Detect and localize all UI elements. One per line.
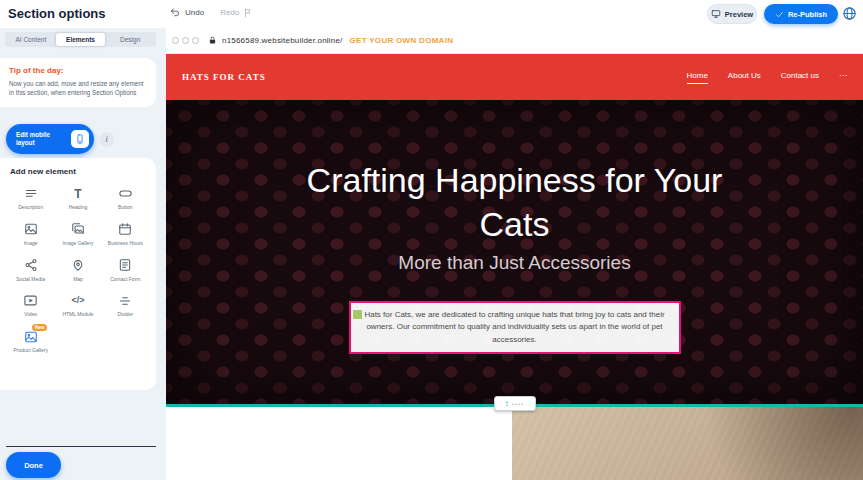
- section-resize-handle[interactable]: ↕ ••••: [494, 396, 536, 411]
- resize-arrows-icon: ↕: [505, 400, 509, 408]
- nav-more[interactable]: ⋯: [839, 71, 847, 83]
- element-tile-label: Description: [18, 204, 43, 211]
- browser-bar: n1566589.websitebuilder.online/ GET YOUR…: [166, 28, 863, 54]
- contact-form-icon: [118, 257, 132, 274]
- element-tile-button[interactable]: Button: [103, 185, 148, 211]
- preview-area: n1566589.websitebuilder.online/ GET YOUR…: [166, 28, 863, 480]
- undo-button[interactable]: Undo: [170, 7, 204, 18]
- edit-mobile-layout-button[interactable]: Edit mobile layout: [6, 124, 94, 154]
- tab-elements[interactable]: Elements: [56, 33, 106, 46]
- element-grid: Description T Heading Button Imag: [8, 185, 148, 354]
- preview-button[interactable]: Preview: [707, 4, 757, 24]
- info-icon[interactable]: i: [99, 132, 114, 147]
- sidebar: AI Content Elements Design Tip of the da…: [0, 28, 166, 480]
- preview-label: Preview: [725, 10, 753, 19]
- hero-text-box[interactable]: Hats for Cats, we are dedicated to craft…: [349, 301, 681, 354]
- site-url: n1566589.websitebuilder.online/: [222, 36, 343, 45]
- element-tile-label: HTML Module: [62, 311, 93, 318]
- tab-ai-content[interactable]: AI Content: [6, 33, 56, 46]
- page-title: Section options: [8, 6, 106, 21]
- element-tile-label: Business Hours: [108, 240, 143, 247]
- divider-icon: [118, 292, 132, 309]
- image-icon: [24, 221, 38, 238]
- get-domain-link[interactable]: GET YOUR OWN DOMAIN: [350, 36, 454, 45]
- site-header: HATS FOR CATS Home About Us Contact us ⋯: [166, 54, 863, 100]
- element-tile-label: Heading: [69, 204, 88, 211]
- hero-body-text: Hats for Cats, we are dedicated to craft…: [364, 310, 664, 344]
- sidebar-tabs: AI Content Elements Design: [5, 32, 156, 47]
- window-dot-icon: [182, 37, 189, 44]
- button-icon: [118, 185, 133, 202]
- undo-label: Undo: [185, 8, 204, 17]
- element-tile-html-module[interactable]: </> HTML Module: [55, 292, 100, 318]
- element-tile-label: Image Gallery: [62, 240, 93, 247]
- window-dot-icon: [192, 37, 199, 44]
- map-pin-icon: [71, 257, 85, 274]
- element-tile-social-media[interactable]: Social Media: [8, 257, 53, 283]
- element-tile-label: Product Gallery: [13, 347, 47, 354]
- element-tile-map[interactable]: Map: [55, 257, 100, 283]
- lock-icon: [208, 36, 217, 45]
- element-tile-heading[interactable]: T Heading: [55, 185, 100, 211]
- website-canvas: HATS FOR CATS Home About Us Contact us ⋯…: [166, 54, 863, 480]
- hero-title[interactable]: Crafting Happiness for Your Cats: [275, 158, 755, 246]
- tip-body: Now you can add, move and resize any ele…: [9, 79, 146, 98]
- window-dot-icon: [172, 37, 179, 44]
- nav-contact-us[interactable]: Contact us: [781, 71, 819, 83]
- mobile-phone-icon: [71, 130, 89, 148]
- new-badge: New: [32, 324, 47, 331]
- social-media-icon: [24, 257, 38, 274]
- redo-label: Redo: [220, 8, 239, 17]
- republish-label: Re-Publish: [788, 10, 827, 19]
- video-icon: [23, 292, 38, 309]
- edit-mobile-row: Edit mobile layout i: [6, 124, 114, 154]
- sidebar-divider: [6, 446, 156, 447]
- description-icon: [24, 185, 38, 202]
- element-tile-label: Image: [24, 240, 38, 247]
- language-globe-icon[interactable]: [842, 6, 857, 21]
- heading-icon: T: [74, 185, 81, 202]
- element-tile-image[interactable]: Image: [8, 221, 53, 247]
- hero-subtitle[interactable]: More than Just Accessories: [275, 252, 755, 274]
- image-gallery-icon: [71, 221, 85, 238]
- nav-about-us[interactable]: About Us: [728, 71, 761, 83]
- element-tile-description[interactable]: Description: [8, 185, 53, 211]
- nav-home[interactable]: Home: [687, 71, 708, 84]
- element-tile-label: Video: [24, 311, 37, 318]
- element-tile-video[interactable]: Video: [8, 292, 53, 318]
- site-logo[interactable]: HATS FOR CATS: [182, 72, 266, 82]
- element-tile-label: Contact Form: [110, 276, 140, 283]
- app-window: Section options Undo Redo Preview: [0, 0, 863, 480]
- business-hours-icon: [118, 221, 132, 238]
- republish-button[interactable]: Re-Publish: [764, 4, 838, 24]
- top-bar: Section options Undo Redo Preview: [0, 0, 863, 28]
- next-section[interactable]: [166, 407, 863, 480]
- history-controls: Undo Redo: [170, 7, 253, 18]
- next-section-photo: [512, 407, 863, 480]
- hero-section[interactable]: Crafting Happiness for Your Cats More th…: [166, 100, 863, 406]
- add-new-element-panel: Add new element Description T Heading: [0, 158, 156, 390]
- drag-dots-icon: ••••: [512, 401, 524, 407]
- element-tile-label: Map: [73, 276, 83, 283]
- tab-design[interactable]: Design: [105, 33, 155, 46]
- element-tile-image-gallery[interactable]: Image Gallery: [55, 221, 100, 247]
- monitor-icon: [711, 9, 721, 19]
- tip-title: Tip of the day:: [9, 66, 146, 75]
- element-drag-indicator[interactable]: [353, 310, 362, 319]
- element-tile-label: Divider: [118, 311, 134, 318]
- done-button[interactable]: Done: [6, 452, 61, 478]
- element-tile-label: Social Media: [16, 276, 45, 283]
- element-tile-product-gallery[interactable]: New Product Gallery: [8, 328, 53, 354]
- tip-of-the-day-card: Tip of the day: Now you can add, move an…: [0, 58, 156, 107]
- element-tile-contact-form[interactable]: Contact Form: [103, 257, 148, 283]
- edit-mobile-layout-label: Edit mobile layout: [16, 131, 65, 146]
- add-new-element-title: Add new element: [10, 167, 148, 176]
- check-icon: [775, 10, 784, 19]
- element-tile-label: Button: [118, 204, 132, 211]
- element-tile-business-hours[interactable]: Business Hours: [103, 221, 148, 247]
- undo-icon: [170, 7, 181, 18]
- element-tile-divider[interactable]: Divider: [103, 292, 148, 318]
- html-code-icon: </>: [71, 292, 84, 309]
- site-nav: Home About Us Contact us ⋯: [687, 71, 848, 84]
- redo-button[interactable]: Redo: [220, 8, 253, 18]
